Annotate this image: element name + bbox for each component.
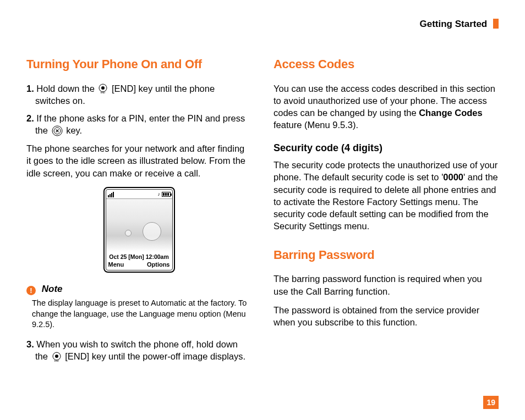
svg-text:END: END (101, 91, 106, 94)
right-column: Access Codes You can use the access code… (274, 56, 499, 368)
step-2-text-b: key. (66, 125, 82, 135)
phone-frame: ♪ Oct 25 [Mon] 12:00am Menu Options (103, 187, 175, 273)
subheading-security-code: Security code (4 digits) (274, 141, 499, 154)
end-key-icon: END (98, 84, 108, 93)
phone-statusbar: ♪ (106, 190, 172, 199)
phone-illustration: ♪ Oct 25 [Mon] 12:00am Menu Options (26, 187, 251, 273)
note-body: The display language is preset to Automa… (26, 298, 251, 330)
softkey-right: Options (147, 261, 170, 269)
phone-wallpaper (106, 199, 172, 252)
step-1-text-a: Hold down the (36, 84, 97, 93)
default-code-bold: 0000 (443, 172, 463, 182)
step-1: 1. Hold down the END [END] key until the… (26, 82, 251, 107)
phone-softkeys: Menu Options (106, 261, 172, 270)
step-1-number: 1. (26, 84, 34, 93)
para-access-codes: You can use the access codes described i… (274, 82, 499, 131)
statusbar-right: ♪ (157, 191, 170, 197)
step-2-number: 2. (26, 113, 34, 123)
para-access-b: feature (Menu 9.5.3). (274, 120, 358, 130)
bubble-icon (125, 230, 132, 236)
para-barring-1: The barring password function is require… (274, 273, 499, 297)
para-security-code: The security code protects the unauthori… (274, 159, 499, 233)
change-codes-bold: Change Codes (419, 108, 483, 118)
heading-turning-phone: Turning Your Phone On and Off (26, 56, 251, 73)
signal-icon (108, 191, 114, 197)
heading-barring-password: Barring Password (274, 247, 499, 263)
softkey-left: Menu (108, 261, 124, 269)
para-barring-2: The password is obtained from the servic… (274, 304, 499, 329)
para-network-search: The phone searches for your network and … (26, 142, 251, 179)
heading-access-codes: Access Codes (274, 56, 499, 73)
x-key-icon (52, 125, 63, 136)
bubble-icon (143, 222, 161, 241)
page-number: 19 (483, 396, 499, 409)
note-heading: ! Note (26, 283, 251, 296)
battery-icon (162, 192, 171, 197)
section-title: Getting Started (419, 19, 487, 29)
note-label: Note (42, 284, 63, 294)
end-key-icon: END (52, 352, 62, 362)
step-3-text-b: [END] key until the power-off image disp… (65, 351, 245, 361)
svg-text:END: END (54, 359, 59, 362)
note-alert-icon: ! (26, 286, 36, 295)
page-header: Getting Started (26, 19, 499, 30)
svg-point-1 (101, 86, 105, 90)
step-2: 2. If the phone asks for a PIN, enter th… (26, 112, 251, 137)
content-columns: Turning Your Phone On and Off 1. Hold do… (26, 56, 499, 368)
sound-icon: ♪ (157, 191, 160, 197)
svg-point-6 (55, 355, 58, 358)
step-3: 3. When you wish to switch the phone off… (26, 338, 251, 363)
header-accent-mark (493, 19, 499, 29)
left-column: Turning Your Phone On and Off 1. Hold do… (26, 56, 251, 368)
phone-datetime: Oct 25 [Mon] 12:00am (106, 252, 172, 261)
step-3-number: 3. (26, 339, 34, 349)
phone-screen: ♪ Oct 25 [Mon] 12:00am Menu Options (106, 189, 173, 270)
